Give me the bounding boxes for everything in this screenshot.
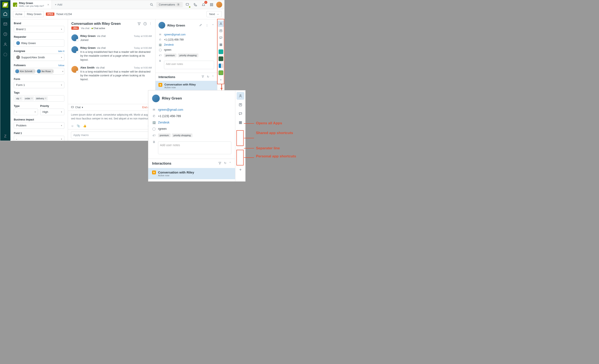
svg-point-17: [220, 44, 221, 45]
rail-knowledge-icon[interactable]: [237, 101, 244, 109]
annotation-line: [244, 123, 254, 124]
email-icon: ✉: [152, 108, 156, 111]
ticket-number: Ticket #1234: [56, 13, 72, 16]
message-item: Riley Greenvia chatToday at 9:00 AMIt is…: [71, 44, 152, 64]
apps-siderail-zoomed: ＋: [235, 90, 245, 181]
followers-input[interactable]: Kim Schmitt× Ike Rose× ▾: [14, 68, 64, 75]
filter-icon[interactable]: [218, 161, 221, 165]
filter-icon[interactable]: [201, 75, 204, 79]
rail-app-shared-1[interactable]: [218, 49, 224, 55]
composer-textarea[interactable]: Lorem ipsum dolor sit amet, consectetur …: [68, 111, 155, 123]
attachment-icon[interactable]: 📎: [77, 124, 80, 127]
filter-icon[interactable]: [137, 22, 141, 26]
rail-apps-grid-icon[interactable]: [218, 42, 224, 48]
nav-clock-icon[interactable]: [1, 30, 9, 38]
rail-chat-icon[interactable]: [218, 34, 224, 41]
type-label: Type: [14, 105, 38, 108]
edit-icon[interactable]: [199, 24, 202, 27]
more-icon[interactable]: ⋮: [206, 24, 208, 27]
priority-select[interactable]: High▾: [40, 109, 64, 115]
interaction-item[interactable]: NConversation with RileyActive now: [148, 168, 235, 179]
rail-app-personal-1[interactable]: [218, 63, 224, 69]
impact-select[interactable]: Problem▾: [14, 122, 64, 129]
breadcrumb-user[interactable]: Riley Green: [25, 11, 44, 17]
remove-icon[interactable]: ×: [20, 97, 21, 100]
assignee-select[interactable]: Support/Alex Smith▾: [14, 54, 64, 61]
customer-org[interactable]: Zendesk: [164, 43, 174, 46]
breadcrumb-acme[interactable]: Acme: [13, 11, 25, 17]
refresh-icon[interactable]: ↻: [207, 75, 209, 79]
annotation-arrow: [221, 84, 222, 90]
more-icon[interactable]: ⋮: [149, 22, 152, 26]
emoji-icon[interactable]: ☺: [71, 124, 74, 127]
phone-icon[interactable]: [192, 1, 199, 8]
rail-app-personal-2[interactable]: [218, 70, 224, 76]
rail-app-personal-2[interactable]: [237, 157, 244, 164]
notifications-icon[interactable]: [200, 1, 207, 8]
type-select[interactable]: -▾: [14, 109, 38, 115]
user-notes-input[interactable]: Add user notes: [164, 61, 214, 69]
interaction-item[interactable]: NConversation with RileyActive now: [156, 81, 217, 91]
rail-user-icon[interactable]: [218, 21, 224, 27]
svg-point-15: [221, 44, 222, 44]
customer-org[interactable]: Zendesk: [158, 121, 169, 124]
search-icon[interactable]: [148, 1, 155, 8]
nav-mail-icon[interactable]: [1, 20, 9, 28]
tab-title: Riley Green: [19, 2, 44, 5]
rail-chat-icon[interactable]: [237, 110, 244, 118]
brand-select[interactable]: Brand 1▾: [14, 26, 64, 33]
rail-app-shared-2[interactable]: [237, 137, 244, 144]
nav-home-icon[interactable]: [1, 9, 9, 18]
rail-app-shared-2[interactable]: [218, 56, 224, 62]
user-avatar[interactable]: [216, 2, 222, 8]
remove-icon[interactable]: ×: [52, 70, 53, 73]
remove-icon[interactable]: ×: [33, 70, 35, 73]
svg-rect-6: [210, 3, 211, 4]
channel-select[interactable]: Chat▾: [71, 106, 83, 109]
nav-help-icon[interactable]: [1, 50, 9, 59]
rail-add-icon[interactable]: ＋: [237, 166, 244, 173]
zendesk-logo-icon[interactable]: [2, 2, 8, 8]
rail-knowledge-icon[interactable]: [218, 28, 224, 34]
annotation-opens-all-apps: Opens all Apps: [256, 121, 282, 125]
app-icon: [219, 63, 223, 68]
apply-macro-select[interactable]: Apply macro: [71, 132, 152, 138]
nav-person-icon[interactable]: [1, 40, 9, 49]
apps-icon[interactable]: [208, 1, 215, 8]
remove-icon[interactable]: ×: [45, 97, 46, 100]
zendesk-z-icon[interactable]: Z: [4, 134, 7, 138]
tags-input[interactable]: vip× order× delivery×: [14, 95, 64, 102]
customer-email[interactable]: rgreen@gmail.com: [158, 108, 183, 111]
rail-app-personal-1[interactable]: [237, 148, 244, 155]
field1-label: Field 1: [14, 132, 64, 135]
app-icon: [219, 50, 223, 54]
rail-apps-grid-icon[interactable]: [237, 119, 244, 127]
rail-add-icon[interactable]: ＋: [218, 76, 224, 83]
requester-select[interactable]: Riley Green: [14, 39, 64, 47]
conversations-button[interactable]: Conversations9: [156, 2, 183, 8]
chevron-up-icon[interactable]: ⌃: [212, 24, 214, 27]
user-notes-input[interactable]: Add user notes: [158, 142, 231, 154]
customer-handle: rgreen: [164, 48, 171, 51]
chat-status-icon[interactable]: [184, 1, 191, 8]
rail-app-shared-1[interactable]: [237, 128, 244, 135]
take-it-link[interactable]: take it: [58, 50, 64, 52]
svg-point-29: [241, 122, 242, 123]
customer-email[interactable]: rgreen@gmail.com: [164, 33, 186, 36]
thumbs-up-icon[interactable]: 👍: [83, 124, 87, 127]
history-icon[interactable]: [143, 22, 147, 26]
follow-link[interactable]: follow: [58, 64, 64, 67]
avatar-icon: [37, 69, 41, 73]
form-select[interactable]: Form 1▾: [14, 82, 64, 88]
tab-close-icon[interactable]: ×: [47, 3, 49, 6]
remove-icon[interactable]: ×: [31, 97, 33, 100]
next-button[interactable]: Next→: [206, 11, 222, 17]
phone-icon: ✆: [152, 114, 156, 118]
chevron-up-icon[interactable]: ⌃: [212, 75, 214, 79]
add-tab-button[interactable]: +Add: [52, 0, 65, 9]
field1-select[interactable]: -▾: [14, 136, 64, 141]
refresh-icon[interactable]: ↻: [224, 161, 226, 165]
tab-chat-riley[interactable]: Riley GreenHello, can you help me? ×: [10, 0, 52, 9]
chevron-up-icon[interactable]: ⌃: [229, 161, 231, 165]
rail-user-icon[interactable]: [237, 92, 244, 100]
